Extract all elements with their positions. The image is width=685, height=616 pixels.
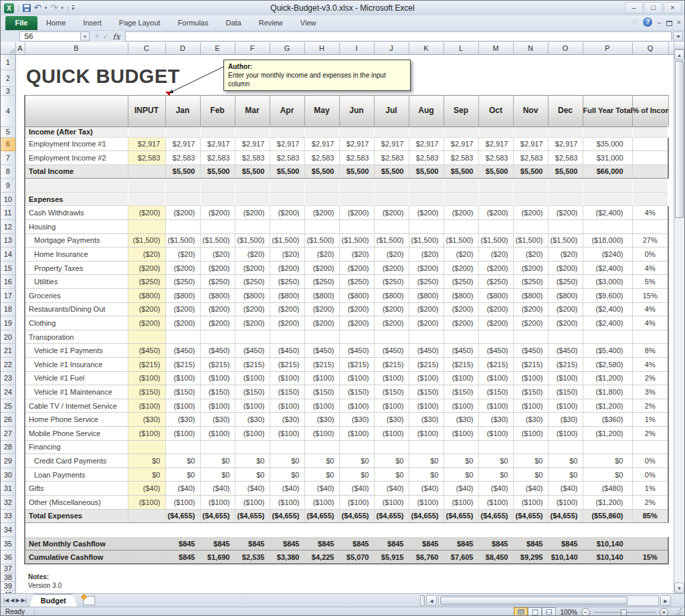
month-value-cell[interactable]: ($800) bbox=[304, 289, 339, 303]
month-value-cell[interactable] bbox=[409, 440, 444, 454]
month-value-cell[interactable]: $2,917 bbox=[513, 137, 548, 151]
month-value-cell[interactable]: $10,140 bbox=[548, 550, 583, 564]
row-label-cell[interactable]: Restaurants/Dining Out bbox=[25, 302, 128, 316]
month-value-cell[interactable] bbox=[339, 179, 374, 193]
full-year-total-cell[interactable] bbox=[583, 330, 632, 344]
month-value-cell[interactable]: ($200) bbox=[444, 302, 478, 316]
month-value-cell[interactable] bbox=[444, 523, 478, 537]
month-value-cell[interactable]: ($150) bbox=[304, 385, 339, 399]
month-value-cell[interactable] bbox=[235, 179, 270, 193]
full-year-total-cell[interactable] bbox=[583, 192, 632, 206]
month-value-cell[interactable] bbox=[165, 220, 200, 234]
month-value-cell[interactable]: ($250) bbox=[478, 275, 513, 289]
month-value-cell[interactable]: ($30) bbox=[270, 413, 304, 427]
month-value-cell[interactable] bbox=[200, 220, 235, 234]
month-value-cell[interactable]: ($200) bbox=[513, 302, 548, 316]
month-value-cell[interactable]: ($200) bbox=[374, 261, 409, 275]
month-value-cell[interactable]: ($250) bbox=[165, 275, 200, 289]
pct-of-income-cell[interactable]: 4% bbox=[632, 261, 668, 275]
month-value-cell[interactable]: ($800) bbox=[374, 289, 409, 303]
pct-of-income-cell[interactable] bbox=[632, 137, 668, 151]
pct-of-income-cell[interactable] bbox=[632, 179, 668, 193]
month-value-cell[interactable]: ($200) bbox=[200, 302, 235, 316]
month-value-cell[interactable]: ($450) bbox=[444, 344, 478, 358]
month-value-cell[interactable]: ($250) bbox=[339, 275, 374, 289]
month-value-cell[interactable]: ($4,655) bbox=[374, 509, 409, 523]
column-header-L[interactable]: L bbox=[444, 42, 478, 54]
row-label-cell[interactable]: Financing bbox=[25, 440, 128, 454]
month-value-cell[interactable]: ($30) bbox=[304, 413, 339, 427]
row-label-cell[interactable]: Net Monthly Cashflow bbox=[25, 536, 128, 550]
month-value-cell[interactable] bbox=[304, 440, 339, 454]
input-cell[interactable] bbox=[128, 523, 165, 537]
month-value-cell[interactable]: ($200) bbox=[270, 206, 304, 220]
row-header-15[interactable]: 15 bbox=[1, 261, 15, 275]
month-value-cell[interactable]: ($215) bbox=[409, 358, 444, 372]
month-value-cell[interactable] bbox=[235, 126, 270, 137]
row-label-cell[interactable]: Cumulative Cashflow bbox=[25, 550, 128, 564]
month-value-cell[interactable] bbox=[409, 523, 444, 537]
cell[interactable] bbox=[15, 126, 25, 137]
month-value-cell[interactable]: ($200) bbox=[270, 261, 304, 275]
month-value-cell[interactable]: $2,583 bbox=[444, 151, 478, 165]
column-header-H[interactable]: H bbox=[304, 42, 339, 54]
column-header-A[interactable]: A bbox=[15, 42, 25, 54]
zoom-slider-thumb[interactable] bbox=[621, 609, 627, 616]
input-cell[interactable]: $0 bbox=[128, 468, 165, 482]
month-value-cell[interactable]: ($200) bbox=[270, 316, 304, 330]
month-value-cell[interactable]: $2,917 bbox=[548, 137, 583, 151]
month-value-cell[interactable]: $2,917 bbox=[444, 137, 478, 151]
month-value-cell[interactable]: ($4,655) bbox=[513, 509, 548, 523]
column-header-P[interactable]: P bbox=[583, 42, 632, 54]
month-value-cell[interactable]: ($100) bbox=[444, 399, 478, 413]
month-value-cell[interactable] bbox=[513, 440, 548, 454]
month-value-cell[interactable]: $2,917 bbox=[270, 137, 304, 151]
pct-of-income-cell[interactable]: 0% bbox=[632, 468, 668, 482]
cell[interactable] bbox=[15, 581, 25, 590]
month-value-cell[interactable]: ($30) bbox=[478, 413, 513, 427]
input-cell[interactable]: ($100) bbox=[128, 426, 165, 440]
month-value-cell[interactable] bbox=[513, 220, 548, 234]
month-value-cell[interactable]: ($4,655) bbox=[478, 509, 513, 523]
month-value-cell[interactable]: ($150) bbox=[409, 385, 444, 399]
row-label-cell[interactable]: Vehicle #1 Payments bbox=[25, 344, 128, 358]
month-value-cell[interactable]: ($30) bbox=[409, 413, 444, 427]
month-value-cell[interactable]: ($20) bbox=[270, 247, 304, 262]
full-year-total-cell[interactable]: ($5,400) bbox=[583, 344, 632, 358]
month-value-cell[interactable]: ($200) bbox=[339, 316, 374, 330]
month-value-cell[interactable]: ($4,655) bbox=[444, 509, 478, 523]
month-value-cell[interactable]: ($100) bbox=[478, 495, 513, 509]
column-header-N[interactable]: N bbox=[513, 42, 548, 54]
cell[interactable] bbox=[15, 302, 25, 316]
formula-input[interactable] bbox=[125, 31, 672, 41]
month-header-cell[interactable]: Aug bbox=[409, 95, 444, 126]
month-value-cell[interactable]: $2,583 bbox=[304, 151, 339, 165]
month-value-cell[interactable]: ($215) bbox=[304, 358, 339, 372]
save-button[interactable] bbox=[23, 4, 31, 12]
row-label-cell[interactable] bbox=[25, 523, 128, 537]
insert-function-icon[interactable]: fx bbox=[112, 32, 120, 41]
month-value-cell[interactable] bbox=[374, 440, 409, 454]
name-box[interactable]: S6 bbox=[19, 31, 81, 41]
month-value-cell[interactable]: ($215) bbox=[478, 358, 513, 372]
month-value-cell[interactable] bbox=[548, 126, 583, 137]
pct-of-income-cell[interactable] bbox=[632, 523, 668, 537]
month-value-cell[interactable]: ($200) bbox=[513, 206, 548, 220]
month-value-cell[interactable] bbox=[200, 523, 235, 537]
zoom-in-button[interactable]: + bbox=[660, 608, 668, 616]
page-break-view-button[interactable] bbox=[542, 607, 556, 616]
month-value-cell[interactable] bbox=[478, 192, 513, 206]
month-value-cell[interactable]: ($100) bbox=[444, 426, 478, 440]
month-value-cell[interactable] bbox=[270, 126, 304, 137]
month-value-cell[interactable]: ($4,655) bbox=[270, 509, 304, 523]
month-value-cell[interactable]: $5,500 bbox=[548, 165, 583, 179]
month-value-cell[interactable]: ($150) bbox=[200, 385, 235, 399]
scroll-left-icon[interactable]: ◀ bbox=[426, 595, 437, 606]
column-header-C[interactable]: C bbox=[128, 42, 165, 54]
month-value-cell[interactable]: $0 bbox=[235, 454, 270, 468]
pct-of-income-cell[interactable]: 3% bbox=[632, 385, 668, 399]
month-value-cell[interactable]: $2,583 bbox=[478, 151, 513, 165]
row-label-cell[interactable]: Gifts bbox=[25, 482, 128, 496]
month-value-cell[interactable]: ($250) bbox=[235, 275, 270, 289]
cell[interactable] bbox=[15, 371, 25, 385]
